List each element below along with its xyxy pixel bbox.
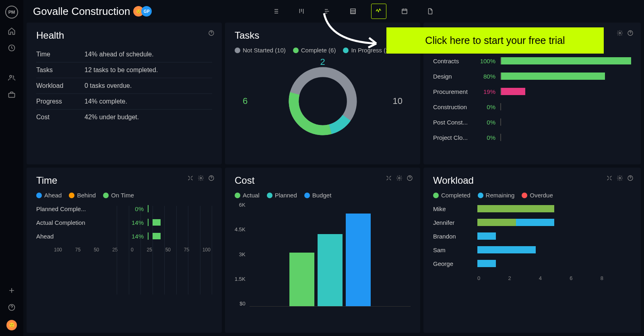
main-area: Govalle Construction 🙂 GP Click here to … — [23, 0, 644, 336]
free-trial-cta[interactable]: Click here to start your free trial — [386, 27, 604, 54]
gear-icon[interactable] — [617, 175, 623, 181]
axis-tick: 6K — [235, 202, 246, 208]
legend-item[interactable]: Completed — [433, 192, 471, 199]
list-view-icon[interactable] — [268, 4, 283, 19]
file-view-icon[interactable] — [423, 4, 438, 19]
calendar-view-icon[interactable] — [397, 4, 412, 19]
home-icon[interactable] — [7, 27, 16, 35]
panel-title: Time — [36, 175, 212, 186]
left-sidebar: PM 🙂 — [0, 0, 23, 336]
health-label: Workload — [36, 82, 85, 89]
cost-bars — [250, 202, 411, 307]
help-icon[interactable] — [208, 30, 215, 36]
legend-dot — [522, 193, 527, 198]
workload-bar-track — [477, 260, 631, 267]
legend-dot — [433, 193, 439, 198]
legend-dot — [235, 193, 240, 198]
svg-point-14 — [398, 177, 400, 179]
time-pct: 0% — [127, 205, 144, 212]
time-panel: Time AheadBehindOn Time Planned Comple..… — [27, 168, 222, 333]
board-view-icon[interactable] — [294, 4, 309, 19]
expand-icon[interactable] — [386, 175, 392, 181]
progress-bar-track — [500, 73, 631, 80]
legend-item[interactable]: Complete (6) — [293, 47, 336, 54]
legend-item[interactable]: Actual — [235, 192, 260, 199]
help-icon[interactable] — [627, 30, 634, 36]
gear-icon[interactable] — [617, 30, 623, 36]
progress-bar-track — [500, 134, 631, 141]
axis-tick: $0 — [235, 301, 246, 307]
legend-item[interactable]: Planned — [267, 192, 297, 199]
legend-item[interactable]: In Progress (2) — [343, 47, 391, 54]
svg-point-12 — [200, 177, 202, 179]
progress-bar-track — [500, 118, 631, 126]
legend-label: On Time — [111, 192, 134, 199]
member-avatars[interactable]: 🙂 GP — [136, 6, 152, 17]
time-label: Planned Comple... — [36, 205, 97, 212]
health-row: Progress14% complete. — [36, 94, 212, 110]
briefcase-icon[interactable] — [7, 90, 16, 99]
time-label: Actual Completion — [36, 219, 97, 226]
legend-label: Budget — [312, 192, 332, 199]
user-avatar[interactable]: 🙂 — [6, 320, 17, 330]
workload-bar-segment — [477, 205, 554, 212]
legend-item[interactable]: On Time — [103, 192, 134, 199]
progress-row: Project Clo...0% — [433, 130, 631, 145]
axis-tick: 4.5K — [235, 226, 246, 232]
workload-bar-segment — [477, 260, 496, 267]
axis-tick: 50 — [94, 247, 99, 253]
time-pct: 14% — [127, 219, 144, 226]
cost-yaxis: 6K4.5K3K1.5K$0 — [235, 202, 250, 307]
legend-dot — [343, 48, 349, 53]
legend-item[interactable]: Budget — [304, 192, 332, 199]
legend-item[interactable]: Overdue — [522, 192, 553, 199]
cost-bar — [346, 214, 371, 306]
legend-label: Actual — [243, 192, 260, 199]
axis-tick: 6 — [570, 275, 600, 281]
gantt-view-icon[interactable] — [320, 4, 335, 19]
expand-icon[interactable] — [187, 175, 194, 181]
axis-tick: 8 — [601, 275, 631, 281]
clock-icon[interactable] — [7, 44, 16, 52]
dashboard-grid: Health Time14% ahead of schedule.Tasks12… — [23, 23, 644, 336]
expand-icon[interactable] — [606, 175, 613, 181]
health-value: 14% ahead of schedule. — [85, 51, 154, 58]
workload-bar-segment — [477, 232, 496, 240]
legend-label: Planned — [275, 192, 297, 199]
help-icon[interactable] — [627, 175, 634, 181]
help-icon[interactable] — [208, 175, 215, 181]
axis-tick: 2 — [508, 275, 539, 281]
cost-bar — [318, 234, 343, 306]
health-value: 0 tasks overdue. — [85, 82, 132, 89]
app-logo[interactable]: PM — [5, 6, 18, 19]
time-row: Ahead14% — [36, 229, 212, 243]
legend-item[interactable]: Ahead — [36, 192, 62, 199]
progress-row: Post Const...0% — [433, 114, 631, 130]
legend-item[interactable]: Behind — [69, 192, 96, 199]
panel-title: Workload — [433, 175, 631, 186]
svg-rect-5 — [402, 9, 407, 14]
progress-label: Procurement — [433, 88, 471, 95]
dashboard-view-icon[interactable] — [371, 4, 386, 19]
avatar-2[interactable]: GP — [141, 6, 152, 17]
legend-label: Ahead — [44, 192, 62, 199]
legend-item[interactable]: Not Started (10) — [235, 47, 286, 54]
cost-legend: ActualPlannedBudget — [235, 192, 411, 199]
tasks-legend: Not Started (10)Complete (6)In Progress … — [235, 47, 411, 54]
sheet-view-icon[interactable] — [345, 4, 361, 19]
gear-icon[interactable] — [198, 175, 204, 181]
help-icon[interactable] — [407, 175, 413, 181]
health-label: Tasks — [36, 66, 85, 74]
gear-icon[interactable] — [396, 175, 402, 181]
add-icon[interactable] — [7, 286, 16, 295]
svg-rect-4 — [351, 9, 355, 14]
legend-item[interactable]: Remaining — [478, 192, 515, 199]
legend-dot — [69, 193, 74, 198]
svg-point-16 — [619, 177, 621, 179]
donut-label-complete: 6 — [243, 96, 248, 106]
team-icon[interactable] — [7, 73, 16, 82]
help-icon[interactable] — [7, 303, 16, 312]
time-row: Actual Completion14% — [36, 216, 212, 229]
panel-title: Cost — [235, 175, 411, 186]
health-value: 12 tasks to be completed. — [85, 66, 158, 74]
